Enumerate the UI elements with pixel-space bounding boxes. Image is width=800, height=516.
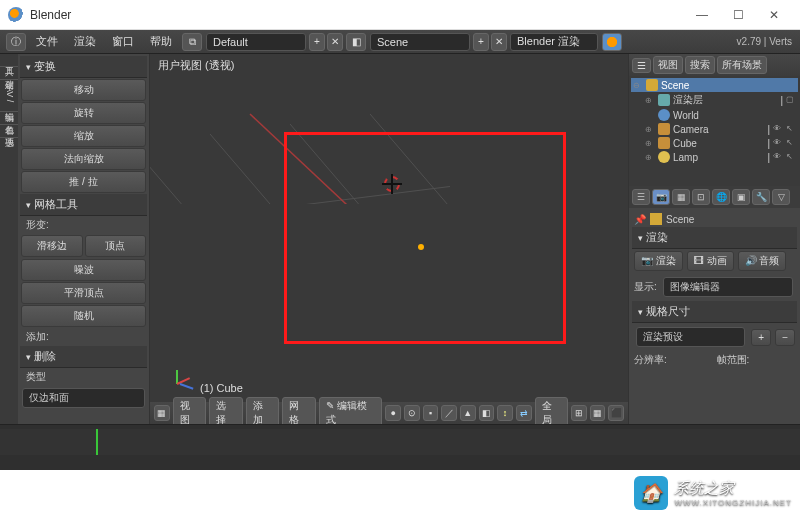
- scene-add-button[interactable]: +: [473, 33, 489, 51]
- pivot-icon[interactable]: ⊙: [404, 405, 420, 421]
- scene-dropdown[interactable]: Scene: [370, 33, 470, 51]
- normal-scale-button[interactable]: 法向缩放: [21, 148, 146, 170]
- tab-options[interactable]: 选项: [0, 125, 18, 138]
- orientation-dropdown[interactable]: 全局: [535, 397, 569, 424]
- active-object-label: (1) Cube: [200, 382, 243, 394]
- timeline-playhead[interactable]: [96, 429, 98, 455]
- audio-button[interactable]: 🔊 音频: [738, 251, 787, 271]
- vertex-button[interactable]: 顶点: [85, 235, 147, 257]
- animation-button[interactable]: 🎞 动画: [687, 251, 734, 271]
- timeline-editor[interactable]: [0, 424, 800, 470]
- tab-av-edit[interactable]: AV / 编辑: [0, 80, 18, 112]
- snap-icon[interactable]: ⊞: [571, 405, 587, 421]
- props-world-tab-icon[interactable]: 🌐: [712, 189, 730, 205]
- noise-button[interactable]: 噪波: [21, 259, 146, 281]
- eye-icon: 👁: [773, 138, 783, 148]
- annotation-red-box: [284, 132, 566, 344]
- props-editor-icon[interactable]: ☰: [632, 189, 650, 205]
- rotate-button[interactable]: 旋转: [21, 102, 146, 124]
- cursor-icon: ↖: [786, 138, 796, 148]
- outliner-header: ☰ 视图 搜索 所有场景: [629, 54, 800, 76]
- mode-dropdown[interactable]: ✎ 编辑模式: [319, 397, 383, 424]
- display-dropdown[interactable]: 图像编辑器: [663, 277, 793, 297]
- window-maximize-button[interactable]: ☐: [720, 3, 756, 27]
- 3d-viewport[interactable]: 用户视图 (透视) (1) Cube ▦ 视图 选择 添加 网格 ✎ 编辑模式 …: [150, 54, 628, 424]
- select-edge-icon[interactable]: ／: [441, 405, 457, 421]
- info-editor-icon[interactable]: ⓘ: [6, 33, 26, 51]
- props-data-tab-icon[interactable]: ▽: [772, 189, 790, 205]
- render-panel-head[interactable]: 渲染: [632, 227, 797, 249]
- layers-icon[interactable]: ▦: [590, 405, 606, 421]
- scene-remove-button[interactable]: ✕: [491, 33, 507, 51]
- top-menu-bar: ⓘ 文件 渲染 窗口 帮助 ⧉ Default + ✕ ◧ Scene + ✕ …: [0, 30, 800, 54]
- random-button[interactable]: 随机: [21, 305, 146, 327]
- timeline-track[interactable]: [0, 429, 800, 455]
- delete-type-select[interactable]: 仅边和面: [22, 388, 145, 408]
- outliner-tree[interactable]: ⊖ Scene ⊕ 渲染层|▢ World ⊕ Camera| 👁↖ ⊕ Cub…: [629, 76, 800, 186]
- blender-logo-icon: [8, 7, 24, 23]
- scale-button[interactable]: 缩放: [21, 125, 146, 147]
- push-pull-button[interactable]: 推 / 拉: [21, 171, 146, 193]
- delete-panel-head[interactable]: 删除: [20, 346, 147, 368]
- screen-layout-dropdown[interactable]: Default: [206, 33, 306, 51]
- manipulator-icon[interactable]: ↕: [497, 405, 513, 421]
- smooth-vertex-button[interactable]: 平滑顶点: [21, 282, 146, 304]
- shading-solid-icon[interactable]: ●: [385, 405, 401, 421]
- select-vert-icon[interactable]: ▪: [423, 405, 439, 421]
- footer-select-menu[interactable]: 选择: [209, 397, 243, 424]
- limit-selection-icon[interactable]: ◧: [479, 405, 495, 421]
- tab-shading[interactable]: 着色: [0, 112, 18, 125]
- menu-file[interactable]: 文件: [28, 32, 66, 51]
- outliner-camera-row[interactable]: ⊕ Camera| 👁↖: [631, 122, 798, 136]
- render-preset-dropdown[interactable]: 渲染预设: [636, 327, 745, 347]
- outliner-search-menu[interactable]: 搜索: [685, 56, 715, 74]
- props-scene-tab-icon[interactable]: ⊡: [692, 189, 710, 205]
- outliner-cube-row[interactable]: ⊕ Cube| 👁↖: [631, 136, 798, 150]
- tab-tools[interactable]: 工具: [0, 54, 18, 67]
- tab-create[interactable]: 创建: [0, 67, 18, 80]
- tool-shelf: 工具 创建 AV / 编辑 着色 选项 变换 移动 旋转 缩放 法向缩放 推 /…: [0, 54, 150, 424]
- outliner-editor-icon[interactable]: ☰: [632, 58, 651, 73]
- preset-add-button[interactable]: +: [751, 329, 771, 346]
- menu-help[interactable]: 帮助: [142, 32, 180, 51]
- version-label: v2.79 | Verts: [733, 36, 796, 47]
- layout-remove-button[interactable]: ✕: [327, 33, 343, 51]
- editor-type-icon[interactable]: ▦: [154, 405, 170, 421]
- footer-view-menu[interactable]: 视图: [173, 397, 207, 424]
- outliner-world-row[interactable]: World: [631, 108, 798, 122]
- outliner-view-menu[interactable]: 视图: [653, 56, 683, 74]
- back-to-previous-icon[interactable]: ⧉: [182, 33, 202, 51]
- window-minimize-button[interactable]: —: [684, 3, 720, 27]
- transform-panel-head[interactable]: 变换: [20, 56, 147, 78]
- props-modifier-tab-icon[interactable]: 🔧: [752, 189, 770, 205]
- props-renderlayer-tab-icon[interactable]: ▦: [672, 189, 690, 205]
- edge-slide-button[interactable]: 滑移边: [21, 235, 83, 257]
- footer-add-menu[interactable]: 添加: [246, 397, 280, 424]
- props-object-tab-icon[interactable]: ▣: [732, 189, 750, 205]
- preset-remove-button[interactable]: −: [775, 329, 795, 346]
- type-label: 类型: [20, 368, 147, 386]
- select-face-icon[interactable]: ▲: [460, 405, 476, 421]
- move-button[interactable]: 移动: [21, 79, 146, 101]
- menu-window[interactable]: 窗口: [104, 32, 142, 51]
- pin-icon[interactable]: 📌: [634, 214, 646, 225]
- meshtools-panel-head[interactable]: 网格工具: [20, 194, 147, 216]
- outliner-filter-dropdown[interactable]: 所有场景: [717, 56, 767, 74]
- outliner-scene-row[interactable]: ⊖ Scene: [631, 78, 798, 92]
- footer-mesh-menu[interactable]: 网格: [282, 397, 316, 424]
- layout-add-button[interactable]: +: [309, 33, 325, 51]
- dimensions-panel-head[interactable]: 规格尺寸: [632, 301, 797, 323]
- properties-header: ☰ 📷 ▦ ⊡ 🌐 ▣ 🔧 ▽: [629, 186, 800, 208]
- render-engine-dropdown[interactable]: Blender 渲染: [510, 33, 598, 51]
- props-render-tab-icon[interactable]: 📷: [652, 189, 670, 205]
- render-preview-icon[interactable]: ⬛: [608, 405, 624, 421]
- outliner-renderlayer-row[interactable]: ⊕ 渲染层|▢: [631, 92, 798, 108]
- resolution-label: 分辨率:: [634, 353, 713, 367]
- translate-gizmo-icon[interactable]: ⇄: [516, 405, 532, 421]
- menu-render[interactable]: 渲染: [66, 32, 104, 51]
- scene-browse-icon[interactable]: ◧: [346, 33, 366, 51]
- render-button[interactable]: 📷 渲染: [634, 251, 683, 271]
- outliner-lamp-row[interactable]: ⊕ Lamp| 👁↖: [631, 150, 798, 164]
- lamp-icon: [658, 151, 670, 163]
- window-close-button[interactable]: ✕: [756, 3, 792, 27]
